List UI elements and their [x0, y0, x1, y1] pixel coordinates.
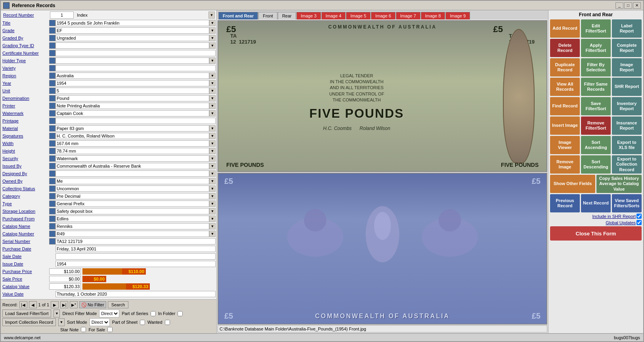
denomination-dropdown[interactable]: ▼: [209, 95, 216, 101]
value-date-label[interactable]: Value Date: [2, 292, 49, 296]
grade-input[interactable]: [55, 27, 209, 34]
variety-input[interactable]: [55, 65, 216, 71]
cert-number-input[interactable]: [55, 50, 216, 56]
title-input[interactable]: [55, 20, 209, 26]
record-number-dropdown[interactable]: ▼: [208, 11, 215, 19]
owned-by-check[interactable]: [49, 178, 55, 184]
unit-check[interactable]: [49, 88, 55, 94]
catalog-name-label[interactable]: Catalog Name: [2, 224, 49, 229]
include-shr-label[interactable]: Include in SHR Report: [592, 214, 642, 219]
add-record-button[interactable]: Add Record: [550, 19, 580, 38]
duplicate-record-button[interactable]: Duplicate Record: [550, 58, 580, 76]
issued-by-input[interactable]: [55, 163, 209, 169]
height-dropdown[interactable]: ▼: [209, 148, 216, 154]
purchased-from-dropdown[interactable]: ▼: [209, 216, 216, 222]
grade-label[interactable]: Grade: [2, 28, 49, 33]
grading-type-label[interactable]: Grading Type ID: [2, 43, 49, 48]
show-other-fields-button[interactable]: Show Other Fields: [550, 175, 595, 193]
type-input[interactable]: [55, 201, 209, 207]
inventory-report-button[interactable]: Inventory Report: [612, 97, 642, 115]
record-number-input[interactable]: [50, 11, 74, 19]
catalog-name-dropdown[interactable]: ▼: [209, 223, 216, 229]
security-check[interactable]: [49, 155, 55, 162]
close-form-button[interactable]: Close This Form: [550, 226, 642, 241]
minimize-button[interactable]: _: [615, 2, 623, 9]
storage-location-check[interactable]: [49, 208, 55, 214]
signatures-input[interactable]: [55, 133, 209, 139]
watermark-check[interactable]: [49, 110, 55, 117]
signatures-dropdown[interactable]: ▼: [209, 133, 216, 139]
catalog-name-input[interactable]: [55, 223, 209, 229]
tab-image8[interactable]: Image 8: [421, 12, 445, 19]
tab-image3[interactable]: Image 3: [296, 12, 321, 19]
type-dropdown[interactable]: ▼: [209, 201, 216, 207]
save-filter-sort-button[interactable]: Save Filter/Sort: [581, 97, 611, 115]
complete-report-button[interactable]: Complete Report: [612, 39, 642, 57]
serial-number-input[interactable]: [55, 238, 216, 245]
unit-label[interactable]: Unit: [2, 88, 49, 93]
tab-front-and-rear[interactable]: Front and Rear: [218, 12, 258, 19]
nav-next-button[interactable]: ▶: [51, 301, 59, 308]
printer-check[interactable]: [49, 103, 55, 109]
sort-descending-button[interactable]: Sort Descending: [581, 155, 611, 174]
category-dropdown[interactable]: ▼: [209, 193, 216, 199]
serial-number-check[interactable]: [49, 238, 55, 245]
tab-rear[interactable]: Rear: [278, 12, 296, 19]
purchase-date-label[interactable]: Purchase Date: [2, 246, 49, 251]
catalog-number-check[interactable]: [49, 231, 55, 237]
tab-image9[interactable]: Image 9: [445, 12, 470, 19]
material-check[interactable]: [49, 125, 55, 132]
category-label[interactable]: Category: [2, 194, 49, 199]
holder-type-check[interactable]: [49, 57, 55, 64]
printer-dropdown[interactable]: ▼: [209, 103, 216, 109]
filter-same-records-button[interactable]: Filter Same Records: [581, 78, 611, 96]
region-input[interactable]: [55, 73, 209, 79]
collecting-status-input[interactable]: [55, 185, 209, 192]
sort-ascending-button[interactable]: Sort Ascending: [581, 136, 611, 154]
issued-by-check[interactable]: [49, 163, 55, 169]
star-note-checkbox[interactable]: [81, 327, 86, 332]
edit-filter-sort-button[interactable]: Edit Filter/Sort: [581, 19, 611, 38]
graded-by-input[interactable]: [55, 35, 209, 41]
nav-new-button[interactable]: ▶*: [70, 301, 78, 308]
printage-label[interactable]: Printage: [2, 118, 49, 123]
region-dropdown[interactable]: ▼: [209, 73, 216, 79]
export-collection-record-button[interactable]: Export to Collection Record: [612, 155, 642, 174]
sale-date-input[interactable]: [55, 253, 216, 260]
global-updates-label[interactable]: Global Updates: [606, 220, 642, 225]
view-all-records-button[interactable]: View All Records: [550, 78, 580, 96]
signatures-check[interactable]: [49, 133, 55, 139]
year-dropdown[interactable]: ▼: [209, 80, 216, 86]
catalog-value-label[interactable]: Catalog Value: [2, 284, 49, 289]
in-folder-checkbox[interactable]: [178, 311, 183, 316]
width-check[interactable]: [49, 140, 55, 147]
label-report-button[interactable]: Label Report: [612, 19, 642, 38]
nav-prev-button[interactable]: ◀: [29, 301, 37, 308]
year-input[interactable]: [55, 80, 209, 86]
cert-number-check[interactable]: [49, 50, 55, 56]
catalog-name-check[interactable]: [49, 223, 55, 229]
grade-dropdown[interactable]: ▼: [209, 27, 216, 34]
grading-type-dropdown[interactable]: ▼: [209, 42, 216, 49]
storage-location-input[interactable]: [55, 208, 209, 214]
year-check[interactable]: [49, 80, 55, 86]
type-label[interactable]: Type: [2, 201, 49, 206]
designed-by-input[interactable]: [55, 170, 209, 177]
insert-image-button[interactable]: Insert Image: [550, 117, 580, 135]
denomination-check[interactable]: [49, 95, 55, 101]
load-filter-dropdown[interactable]: ▼: [54, 310, 60, 317]
sale-price-input[interactable]: [49, 276, 81, 282]
type-check[interactable]: [49, 201, 55, 207]
delete-record-button[interactable]: Delete Record: [550, 39, 580, 57]
security-label[interactable]: Security: [2, 156, 49, 161]
height-input[interactable]: [55, 148, 209, 154]
tab-front[interactable]: Front: [258, 12, 277, 19]
tab-image6[interactable]: Image 6: [371, 12, 396, 19]
printage-input[interactable]: [55, 118, 216, 124]
grading-type-check[interactable]: [49, 42, 55, 49]
issued-by-dropdown[interactable]: ▼: [209, 163, 216, 169]
purchase-price-label[interactable]: Purchase Price: [2, 269, 49, 274]
load-saved-filter-button[interactable]: Load Saved Filter/Sort: [2, 310, 51, 317]
tab-image7[interactable]: Image 7: [396, 12, 420, 19]
record-number-label[interactable]: Record Number: [2, 13, 50, 17]
